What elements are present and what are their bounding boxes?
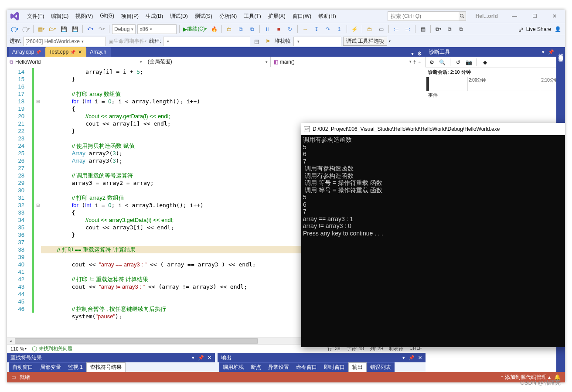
ptab-watch[interactable]: 监视 1 (65, 362, 86, 372)
project-scope[interactable]: ⧉HelloWorld▾ (7, 57, 145, 67)
menu-debug[interactable]: 调试(D) (167, 12, 191, 21)
ptab-breakpoints[interactable]: 断点 (247, 362, 265, 372)
tb-icon-f[interactable]: ▤ (418, 24, 428, 34)
zoom-dropdown[interactable]: 110 % ▾ (10, 346, 27, 351)
search-button[interactable] (459, 12, 466, 20)
tb-icon-a[interactable]: ⚡ (350, 24, 359, 34)
tb-icon-2[interactable]: ⧉ (236, 24, 245, 34)
ptab-command[interactable]: 命令窗口 (293, 362, 320, 372)
ptab-exceptions[interactable]: 异常设置 (265, 362, 293, 372)
thread-icon[interactable]: ⚑ (263, 37, 273, 46)
step-into-button[interactable]: ↧ (312, 24, 321, 34)
tb-icon-c[interactable]: ▭ (376, 24, 386, 34)
diag-zoomin-button[interactable]: 🔍 (439, 59, 446, 66)
chevron-down-icon[interactable]: ▾ (389, 39, 391, 43)
diag-settings-button[interactable]: ⚙ (428, 59, 435, 66)
menu-git[interactable]: Git(G) (97, 12, 117, 21)
close-icon[interactable]: ✕ (78, 49, 82, 55)
menu-analyze[interactable]: 分析(N) (217, 12, 240, 21)
ptab-output[interactable]: 输出 (348, 362, 367, 372)
minimize-button[interactable]: — (508, 13, 521, 19)
menu-edit[interactable]: 编辑(E) (48, 12, 71, 21)
lifecycle-button[interactable]: ▣ 生命周期事件 ▾ (108, 37, 147, 46)
show-next-stmt-button[interactable]: → (300, 24, 310, 34)
panel-dropdown[interactable]: ▾ (192, 355, 194, 361)
ptab-locals[interactable]: 局部变量 (37, 362, 65, 372)
thread-dropdown[interactable]: ▾ (163, 37, 250, 46)
undo-button[interactable]: ↶ ▾ (85, 24, 95, 34)
maximize-button[interactable]: ☐ (528, 13, 541, 19)
tb-icon-d[interactable]: ≔ (392, 24, 401, 34)
feedback-button[interactable]: 👤 (553, 24, 562, 34)
tb-icon-e[interactable]: ≕ (403, 24, 412, 34)
thread-filter-button[interactable]: ▤ (252, 37, 262, 46)
hot-reload-button[interactable]: 🔥 (209, 24, 219, 34)
find-symbol-panel-header[interactable]: 查找符号结果 ▾📌✕ (7, 353, 215, 362)
menu-ext[interactable]: 扩展(X) (266, 12, 288, 21)
diag-snapshot-button[interactable]: 📷 (465, 59, 472, 66)
tb-icon-3[interactable]: ⧉ (247, 24, 257, 34)
tb-icon-h[interactable]: ⧉ (445, 24, 454, 34)
menu-view[interactable]: 视图(V) (73, 12, 95, 21)
menu-build[interactable]: 生成(B) (143, 12, 166, 21)
ptab-immediate[interactable]: 即时窗口 (320, 362, 348, 372)
menu-file[interactable]: 文件(F) (24, 12, 47, 21)
new-item-button[interactable]: ▦ ▾ (36, 24, 46, 34)
break-all-button[interactable]: ⏸ (262, 24, 272, 34)
ptab-auto[interactable]: 自动窗口 (9, 362, 37, 372)
split-button[interactable]: ‡ (413, 59, 416, 65)
tb-icon-i[interactable]: ⧉ (456, 24, 466, 34)
stackframe-dropdown[interactable]: ▾ (293, 37, 341, 46)
tab-array-h[interactable]: Array.h (86, 47, 111, 57)
tb-icon-g[interactable]: ⧉ ▾ (433, 24, 443, 34)
save-button[interactable]: 💾 (59, 24, 68, 34)
menu-help[interactable]: 帮助(H) (316, 12, 339, 21)
diagnostics-timeline[interactable]: 2:00分钟 2:10分钟 (426, 77, 565, 91)
search-box[interactable] (388, 11, 466, 21)
live-share-button[interactable]: Live Share (518, 26, 551, 32)
panel-dropdown[interactable]: ▾ (402, 355, 405, 361)
tab-test-cpp[interactable]: Test.cpp📌✕ (45, 47, 86, 57)
step-out-button[interactable]: ↥ (334, 24, 344, 34)
ptab-find-symbol[interactable]: 查找符号结果 (86, 362, 126, 372)
output-panel-header[interactable]: 输出 ▾📌✕ (218, 353, 426, 362)
save-all-button[interactable]: 💾 (70, 24, 80, 34)
nav-back-button[interactable]: ◯ ▾ (10, 24, 19, 34)
pin-icon[interactable]: 📌 (548, 49, 554, 55)
continue-button[interactable]: ▶ 继续(C) ▾ (182, 24, 208, 34)
close-icon[interactable]: ✕ (418, 355, 422, 361)
close-icon[interactable]: ✕ (208, 355, 211, 361)
panel-dropdown[interactable]: ▾ (542, 49, 545, 55)
redo-button[interactable]: ↷ ▾ (97, 24, 106, 34)
issues-indicator[interactable]: ◯ 未找到相关问题 (32, 345, 72, 352)
debug-options-button[interactable]: 调试 工具栏选项 (343, 37, 387, 46)
menu-tools[interactable]: 工具(T) (241, 12, 263, 21)
pin-icon[interactable]: 📌 (409, 355, 415, 361)
restart-button[interactable]: ↻ (285, 24, 295, 34)
class-scope[interactable]: (全局范围)▾ (145, 57, 271, 67)
console-titlebar[interactable]: C:\ D:\002_Project\006_Visual_Studio\Hel… (301, 123, 565, 135)
menu-project[interactable]: 项目(P) (119, 12, 141, 21)
stop-button[interactable]: ■ (274, 24, 283, 34)
menu-window[interactable]: 窗口(W) (290, 12, 314, 21)
ptab-errors[interactable]: 错误列表 (367, 362, 395, 372)
diag-marker-button[interactable]: ◆ (481, 59, 488, 66)
tab-settings-button[interactable]: ⚙ (417, 51, 422, 57)
nav-fwd-button[interactable]: ◯ ▾ (21, 24, 31, 34)
pin-icon[interactable]: 📌 (198, 355, 204, 361)
function-scope[interactable]: ◧main()▾‡↔ (271, 57, 426, 67)
close-button[interactable]: ✕ (548, 13, 561, 19)
open-button[interactable]: 🗁 ▾ (48, 24, 57, 34)
tb-icon-1[interactable]: 🗀 (225, 24, 234, 34)
diag-reset-button[interactable]: ↺ (455, 59, 462, 66)
diagnostics-header[interactable]: 诊断工具 ▾📌✕ (426, 47, 565, 57)
tab-array-cpp[interactable]: Array.cpp📌 (9, 47, 45, 57)
tab-overflow-button[interactable]: ▾ (411, 51, 414, 57)
search-input[interactable] (388, 13, 459, 19)
process-dropdown[interactable]: [26040] HelloWorld.exe▾ (23, 37, 106, 46)
expand-button[interactable]: ↔ (418, 59, 422, 65)
ptab-callstack[interactable]: 调用堆栈 (219, 362, 247, 372)
tb-icon-b[interactable]: 🗀 (365, 24, 375, 34)
platform-dropdown[interactable]: x86▾ (137, 24, 177, 34)
menu-test[interactable]: 测试(S) (192, 12, 215, 21)
